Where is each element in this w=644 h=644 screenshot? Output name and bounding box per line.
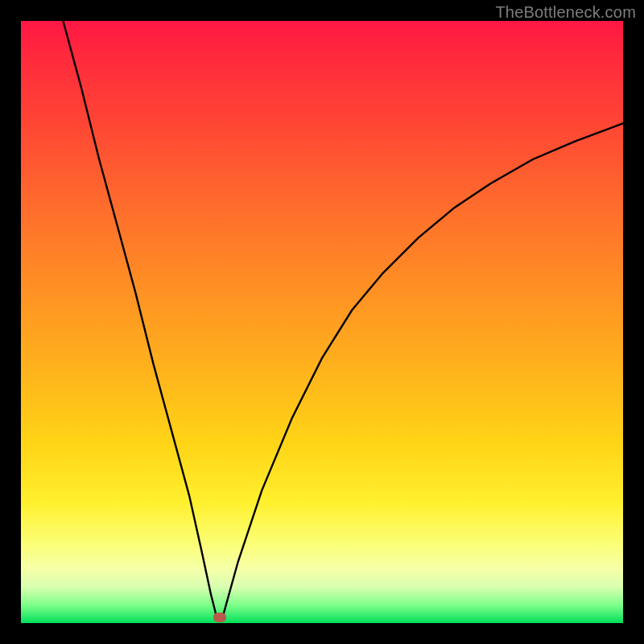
plot-area [21, 21, 623, 623]
watermark-text: TheBottleneck.com [495, 3, 636, 22]
minimum-marker [213, 613, 226, 622]
bottleneck-curve [21, 21, 623, 623]
chart-frame: TheBottleneck.com [0, 0, 644, 644]
